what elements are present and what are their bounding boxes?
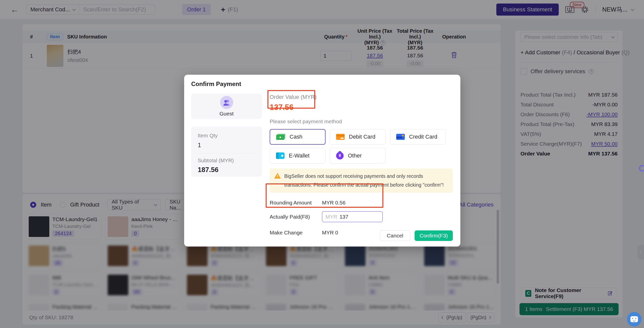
subtotal-value: 187.56 xyxy=(198,166,255,174)
payment-method-debit-card[interactable]: Debit Card xyxy=(330,129,386,145)
guest-label: Guest xyxy=(219,111,233,117)
payment-method-credit-card[interactable]: Credit Card xyxy=(390,129,446,145)
item-qty-label: Item Qty xyxy=(198,133,255,139)
annotation-box-paid-rows xyxy=(266,183,383,208)
qty-subtotal-card: Item Qty 1 Subtotal (MYR) 187.56 xyxy=(191,127,262,177)
chat-face-icon xyxy=(630,316,638,322)
currency-prefix: MYR xyxy=(326,214,337,220)
make-change-label: Make Change xyxy=(270,230,322,236)
annotation-box-order-value xyxy=(267,90,315,109)
actually-paid-row: Actually Paid(F8) MYR 137 xyxy=(270,211,453,222)
cash-icon xyxy=(276,134,285,140)
warning-icon: ! xyxy=(274,173,281,179)
divider xyxy=(198,153,255,153)
select-method-label: Please select payment method xyxy=(270,118,453,125)
other-payment-icon: ¥ xyxy=(336,152,344,159)
guest-customer-card[interactable]: Guest xyxy=(191,94,262,119)
cancel-button[interactable]: Cancel xyxy=(380,230,410,241)
payment-method-e-wallet[interactable]: E-Wallet xyxy=(270,148,326,163)
guest-avatar xyxy=(220,96,233,109)
actually-paid-value: 137 xyxy=(340,214,348,220)
actually-paid-label: Actually Paid(F8) xyxy=(270,214,322,220)
search-icon xyxy=(637,163,644,175)
make-change-value: MYR 0 xyxy=(322,230,338,236)
confirm-payment-modal: Confirm Payment Guest Item Qty xyxy=(184,75,460,247)
item-qty-value: 1 xyxy=(198,142,255,149)
floating-search-button[interactable] xyxy=(637,163,644,176)
payment-method-cash[interactable]: Cash xyxy=(270,129,326,145)
modal-title: Confirm Payment xyxy=(191,80,453,88)
confirm-button[interactable]: Confirm(F3) xyxy=(415,230,453,241)
chat-support-button[interactable] xyxy=(627,312,641,326)
pos-app: ← Merchant Cod... Order 1 + (F1) Busines… xyxy=(0,0,644,328)
payment-method-other[interactable]: ¥ Other xyxy=(330,148,386,163)
debit-card-icon xyxy=(336,134,345,140)
credit-card-icon xyxy=(396,134,405,140)
actually-paid-input[interactable]: MYR 137 xyxy=(322,211,383,222)
subtotal-label: Subtotal (MYR) xyxy=(198,157,255,163)
payment-methods: Cash Debit Card Credit Card E-Wallet xyxy=(270,129,453,163)
e-wallet-icon xyxy=(276,152,285,159)
